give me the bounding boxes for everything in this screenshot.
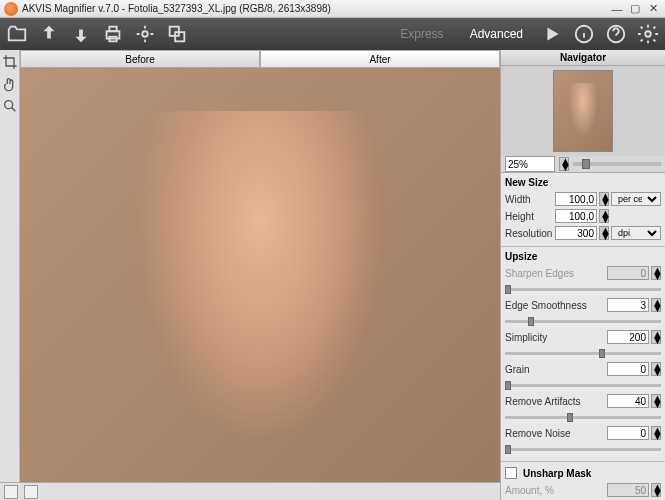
width-input[interactable]	[555, 192, 597, 206]
size-unit-combo[interactable]: per cent	[611, 192, 661, 206]
amount-spinner[interactable]: ▲▼	[651, 483, 661, 497]
simplicity-input[interactable]	[607, 330, 649, 344]
bottom-bar	[0, 482, 500, 500]
svg-point-8	[645, 31, 651, 37]
sharpen-input	[607, 266, 649, 280]
zoom-spinner[interactable]: ▲▼	[559, 157, 569, 171]
sharpen-spinner[interactable]: ▲▼	[651, 266, 661, 280]
svg-point-3	[142, 31, 148, 37]
resolution-label: Resolution	[505, 228, 553, 239]
settings-icon[interactable]	[637, 23, 659, 45]
left-toolbar	[0, 50, 20, 500]
height-input[interactable]	[555, 209, 597, 223]
sharpen-slider[interactable]	[505, 288, 661, 291]
mode-advanced[interactable]: Advanced	[462, 27, 531, 41]
grain-input[interactable]	[607, 362, 649, 376]
section-upsize: Upsize Sharpen Edges▲▼ Edge Smoothness▲▼…	[501, 247, 665, 462]
noise-slider[interactable]	[505, 448, 661, 451]
res-unit-combo[interactable]: dpi	[611, 226, 661, 240]
tab-before[interactable]: Before	[20, 50, 260, 68]
edge-slider[interactable]	[505, 320, 661, 323]
edge-spinner[interactable]: ▲▼	[651, 298, 661, 312]
resolution-spinner[interactable]: ▲▼	[599, 226, 609, 240]
simplicity-spinner[interactable]: ▲▼	[651, 330, 661, 344]
view-split-icon[interactable]	[24, 485, 38, 499]
noise-spinner[interactable]: ▲▼	[651, 426, 661, 440]
window-title: AKVIS Magnifier v.7.0 - Fotolia_5327393_…	[22, 3, 609, 14]
view-single-icon[interactable]	[4, 485, 18, 499]
artifacts-label: Remove Artifacts	[505, 396, 605, 407]
image-canvas[interactable]	[20, 68, 500, 500]
save-icon[interactable]	[38, 23, 60, 45]
zoom-icon[interactable]	[2, 98, 18, 114]
open-icon[interactable]	[6, 23, 28, 45]
amount-label: Amount, %	[505, 485, 605, 496]
simplicity-label: Simplicity	[505, 332, 605, 343]
zoom-slider[interactable]	[573, 162, 661, 166]
photo-preview	[20, 68, 500, 500]
batch-icon[interactable]	[166, 23, 188, 45]
grain-slider[interactable]	[505, 384, 661, 387]
edge-label: Edge Smoothness	[505, 300, 605, 311]
navigator-thumb	[553, 70, 613, 152]
height-label: Height	[505, 211, 553, 222]
mode-express[interactable]: Express	[392, 27, 451, 41]
close-button[interactable]: ✕	[645, 2, 661, 16]
right-panel: Navigator ▲▼ New Size Width ▲▼ per cent …	[500, 50, 665, 500]
titlebar: AKVIS Magnifier v.7.0 - Fotolia_5327393_…	[0, 0, 665, 18]
artifacts-spinner[interactable]: ▲▼	[651, 394, 661, 408]
grain-label: Grain	[505, 364, 605, 375]
sharpen-label: Sharpen Edges	[505, 268, 605, 279]
info-icon[interactable]	[573, 23, 595, 45]
upsize-title: Upsize	[505, 249, 661, 264]
share-icon[interactable]	[134, 23, 156, 45]
svg-rect-1	[109, 27, 116, 32]
section-unsharp: Unsharp Mask Amount, %▲▼ Radius, pixels▲…	[501, 462, 665, 500]
minimize-button[interactable]: —	[609, 2, 625, 16]
width-spinner[interactable]: ▲▼	[599, 192, 609, 206]
artifacts-input[interactable]	[607, 394, 649, 408]
artifacts-slider[interactable]	[505, 416, 661, 419]
zoom-combo[interactable]	[505, 156, 555, 172]
grain-spinner[interactable]: ▲▼	[651, 362, 661, 376]
tab-after[interactable]: After	[260, 50, 500, 68]
height-spinner[interactable]: ▲▼	[599, 209, 609, 223]
resolution-input[interactable]	[555, 226, 597, 240]
hand-icon[interactable]	[2, 76, 18, 92]
noise-label: Remove Noise	[505, 428, 605, 439]
maximize-button[interactable]: ▢	[627, 2, 643, 16]
amount-input	[607, 483, 649, 497]
newsize-title: New Size	[505, 175, 661, 190]
edge-input[interactable]	[607, 298, 649, 312]
export-icon[interactable]	[70, 23, 92, 45]
help-icon[interactable]	[605, 23, 627, 45]
print-icon[interactable]	[102, 23, 124, 45]
noise-input[interactable]	[607, 426, 649, 440]
unsharp-title: Unsharp Mask	[523, 466, 661, 481]
app-icon	[4, 2, 18, 16]
section-newsize: New Size Width ▲▼ per cent Height ▲▼ Res…	[501, 173, 665, 247]
crop-icon[interactable]	[2, 54, 18, 70]
run-icon[interactable]	[541, 23, 563, 45]
navigator-preview[interactable]	[501, 66, 665, 156]
simplicity-slider[interactable]	[505, 352, 661, 355]
navigator-title: Navigator	[501, 50, 665, 66]
width-label: Width	[505, 194, 553, 205]
main-toolbar: Express Advanced	[0, 18, 665, 50]
unsharp-checkbox[interactable]	[505, 467, 517, 479]
